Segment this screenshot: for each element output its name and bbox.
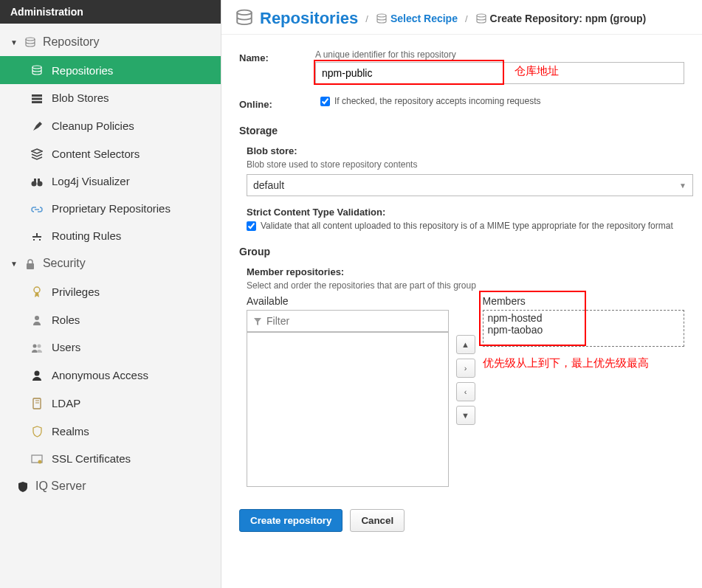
online-label: Online: (239, 96, 320, 110)
sidebar-item-blob-stores[interactable]: Blob Stores (0, 84, 221, 111)
item-label: Roles (52, 314, 80, 326)
svg-point-21 (377, 14, 386, 17)
database-icon (475, 13, 487, 24)
move-bottom-button[interactable]: ▼ (456, 406, 475, 425)
sidebar-item-cleanup[interactable]: Cleanup Policies (0, 111, 221, 139)
routing-icon (30, 229, 44, 242)
member-item[interactable]: npm-taobao (488, 324, 680, 336)
group-security[interactable]: ▼ Security (0, 249, 221, 277)
blob-select[interactable]: default ▼ (247, 174, 693, 196)
move-right-button[interactable]: › (456, 359, 475, 378)
name-hint: A unique identifier for this repository (315, 49, 684, 60)
chevron-down-icon: ▼ (679, 181, 686, 190)
item-label: Repositories (52, 64, 113, 77)
group-iq[interactable]: IQ Server (0, 472, 221, 500)
member-hint: Select and order the repositories that a… (247, 280, 684, 291)
sidebar-item-content-selectors[interactable]: Content Selectors (0, 139, 221, 167)
users-icon (30, 341, 44, 353)
page-title: Repositories (260, 9, 358, 28)
role-icon (30, 313, 44, 326)
svg-point-19 (38, 460, 42, 464)
crumb-current: Create Repository: npm (group) (490, 13, 647, 24)
strict-label: Strict Content Type Validation: (247, 207, 684, 218)
lock-icon (24, 257, 37, 270)
filter-icon (253, 316, 262, 327)
link-icon (30, 202, 44, 215)
svg-point-13 (38, 345, 41, 348)
svg-point-12 (33, 345, 37, 348)
online-hint: If checked, the repository accepts incom… (334, 96, 540, 106)
item-label: Realms (52, 425, 89, 437)
svg-rect-9 (27, 263, 34, 269)
group-label: IQ Server (35, 480, 86, 493)
svg-rect-8 (38, 179, 40, 182)
members-header: Members (483, 295, 685, 307)
sidebar-item-routing[interactable]: Routing Rules (0, 222, 221, 249)
sidebar-item-roles[interactable]: Roles (0, 305, 221, 333)
crumb-select-recipe[interactable]: Select Recipe (390, 13, 458, 24)
name-input[interactable] (315, 62, 684, 84)
anon-icon (30, 368, 44, 381)
content: Name: A unique identifier for this repos… (221, 35, 702, 588)
binoculars-icon (30, 175, 44, 187)
blob-label: Blob store: (247, 145, 684, 156)
create-button[interactable]: Create repository (239, 509, 343, 532)
blob-hint: Blob store used to store repository cont… (247, 159, 684, 170)
main: Repositories / Select Recipe / Create Re… (221, 0, 702, 588)
strict-hint: Validate that all content uploaded to th… (261, 221, 673, 231)
sidebar-item-privileges[interactable]: Privileges (0, 277, 221, 305)
item-label: Log4j Visualizer (52, 175, 130, 187)
filter-box[interactable] (247, 310, 449, 332)
sidebar-item-ldap[interactable]: LDAP (0, 389, 221, 417)
sidebar-item-log4j[interactable]: Log4j Visualizer (0, 167, 221, 195)
sidebar-item-ssl[interactable]: SSL Certificates (0, 445, 221, 472)
certificate-icon (30, 452, 44, 465)
item-label: Blob Stores (52, 91, 109, 104)
filter-input[interactable] (266, 315, 414, 327)
move-top-button[interactable]: ▲ (456, 335, 475, 354)
svg-rect-7 (34, 179, 36, 182)
shield-icon (30, 424, 44, 437)
svg-rect-4 (32, 101, 42, 103)
group-label: Security (43, 257, 86, 270)
admin-header: Administration (0, 0, 221, 24)
layers-icon (30, 147, 44, 160)
sidebar-item-repositories[interactable]: Repositories (0, 56, 221, 84)
available-list[interactable] (247, 332, 449, 487)
svg-point-20 (237, 10, 252, 15)
svg-rect-15 (33, 398, 41, 409)
online-checkbox[interactable] (320, 97, 330, 106)
move-left-button[interactable]: ‹ (456, 382, 475, 401)
strict-checkbox[interactable] (247, 221, 256, 231)
database-icon (30, 63, 44, 77)
broom-icon (30, 119, 44, 132)
sidebar-item-proprietary[interactable]: Proprietary Repositories (0, 195, 221, 222)
group-heading: Group (239, 246, 684, 257)
sidebar-item-users[interactable]: Users (0, 333, 221, 361)
item-label: SSL Certificates (52, 452, 131, 465)
item-label: Routing Rules (52, 229, 121, 242)
svg-point-1 (32, 66, 41, 69)
caret-down-icon: ▼ (10, 38, 18, 46)
cancel-button[interactable]: Cancel (350, 509, 405, 532)
member-item[interactable]: npm-hosted (488, 312, 680, 324)
sidebar: Administration ▼ Repository Repositories (0, 0, 221, 588)
group-repository[interactable]: ▼ Repository (0, 28, 221, 56)
item-label: Anonymous Access (52, 369, 148, 381)
available-header: Available (247, 295, 449, 307)
sidebar-item-realms[interactable]: Realms (0, 417, 221, 445)
book-icon (30, 396, 44, 409)
svg-point-11 (35, 316, 39, 320)
database-icon (235, 9, 254, 28)
item-label: Proprietary Repositories (52, 202, 171, 215)
breadcrumb: Repositories / Select Recipe / Create Re… (221, 0, 702, 35)
svg-rect-3 (32, 98, 42, 100)
members-list[interactable]: npm-hosted npm-taobao (483, 310, 685, 347)
database-icon (24, 35, 37, 49)
annotation-priority: 优先级从上到下，最上优先级最高 (483, 354, 682, 372)
sidebar-item-anon[interactable]: Anonymous Access (0, 361, 221, 389)
server-icon (30, 91, 44, 104)
blob-value: default (253, 179, 284, 191)
storage-heading: Storage (239, 125, 684, 136)
svg-point-14 (35, 371, 40, 376)
